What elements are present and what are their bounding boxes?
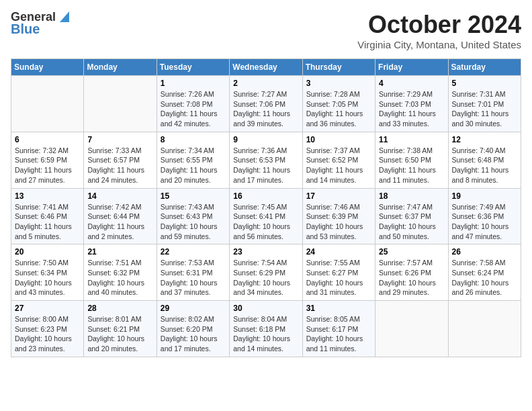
day-info: Sunrise: 7:49 AM Sunset: 6:36 PM Dayligh… — [452, 202, 517, 242]
day-info: Sunrise: 8:04 AM Sunset: 6:18 PM Dayligh… — [233, 314, 298, 354]
calendar-cell: 31Sunrise: 8:05 AM Sunset: 6:17 PM Dayli… — [302, 301, 375, 357]
calendar-cell: 30Sunrise: 8:04 AM Sunset: 6:18 PM Dayli… — [230, 301, 302, 357]
logo-icon — [57, 9, 72, 24]
calendar-cell: 3Sunrise: 7:28 AM Sunset: 7:05 PM Daylig… — [302, 76, 375, 132]
day-info: Sunrise: 7:54 AM Sunset: 6:29 PM Dayligh… — [233, 258, 298, 298]
calendar-cell — [448, 301, 521, 357]
title-block: October 2024 Virginia City, Montana, Uni… — [357, 11, 521, 50]
calendar-cell: 21Sunrise: 7:51 AM Sunset: 6:32 PM Dayli… — [84, 244, 157, 301]
day-number: 16 — [233, 191, 298, 201]
day-number: 26 — [452, 247, 517, 257]
day-number: 19 — [452, 191, 517, 201]
calendar-cell: 14Sunrise: 7:42 AM Sunset: 6:44 PM Dayli… — [84, 188, 157, 244]
month-title: October 2024 — [357, 11, 521, 39]
calendar-cell: 20Sunrise: 7:50 AM Sunset: 6:34 PM Dayli… — [11, 244, 84, 301]
day-number: 13 — [15, 191, 80, 201]
day-info: Sunrise: 7:47 AM Sunset: 6:37 PM Dayligh… — [379, 202, 444, 242]
day-info: Sunrise: 7:45 AM Sunset: 6:41 PM Dayligh… — [233, 202, 298, 242]
day-info: Sunrise: 7:34 AM Sunset: 6:55 PM Dayligh… — [161, 146, 226, 185]
day-info: Sunrise: 7:41 AM Sunset: 6:46 PM Dayligh… — [15, 202, 80, 242]
calendar-cell: 28Sunrise: 8:01 AM Sunset: 6:21 PM Dayli… — [84, 301, 157, 357]
day-number: 18 — [379, 191, 444, 201]
day-number: 1 — [161, 79, 226, 88]
weekday-header-tuesday: Tuesday — [157, 59, 229, 76]
day-info: Sunrise: 7:36 AM Sunset: 6:53 PM Dayligh… — [233, 146, 298, 185]
day-info: Sunrise: 8:02 AM Sunset: 6:20 PM Dayligh… — [161, 314, 226, 354]
weekday-header-wednesday: Wednesday — [230, 59, 302, 76]
day-number: 7 — [87, 135, 152, 144]
day-number: 15 — [161, 191, 226, 201]
calendar-week-row: 20Sunrise: 7:50 AM Sunset: 6:34 PM Dayli… — [11, 244, 521, 301]
day-number: 3 — [306, 79, 371, 88]
calendar-cell: 26Sunrise: 7:58 AM Sunset: 6:24 PM Dayli… — [448, 244, 521, 301]
day-number: 29 — [161, 304, 226, 313]
calendar-cell: 12Sunrise: 7:40 AM Sunset: 6:48 PM Dayli… — [448, 132, 521, 188]
weekday-header-monday: Monday — [84, 59, 157, 76]
logo-blue-text: Blue — [11, 21, 40, 36]
weekday-header-friday: Friday — [375, 59, 448, 76]
calendar-cell: 22Sunrise: 7:53 AM Sunset: 6:31 PM Dayli… — [157, 244, 229, 301]
day-number: 24 — [306, 247, 371, 257]
calendar-cell: 8Sunrise: 7:34 AM Sunset: 6:55 PM Daylig… — [157, 132, 229, 188]
day-info: Sunrise: 7:28 AM Sunset: 7:05 PM Dayligh… — [306, 89, 371, 129]
page-header: General Blue October 2024 Virginia City,… — [11, 11, 521, 50]
day-info: Sunrise: 7:51 AM Sunset: 6:32 PM Dayligh… — [87, 258, 152, 298]
day-info: Sunrise: 7:46 AM Sunset: 6:39 PM Dayligh… — [306, 202, 371, 242]
calendar-week-row: 13Sunrise: 7:41 AM Sunset: 6:46 PM Dayli… — [11, 188, 521, 244]
day-info: Sunrise: 8:05 AM Sunset: 6:17 PM Dayligh… — [306, 314, 371, 354]
calendar-cell: 2Sunrise: 7:27 AM Sunset: 7:06 PM Daylig… — [230, 76, 302, 132]
day-number: 6 — [15, 135, 80, 144]
calendar-cell: 17Sunrise: 7:46 AM Sunset: 6:39 PM Dayli… — [302, 188, 375, 244]
day-number: 21 — [87, 247, 152, 257]
day-info: Sunrise: 8:00 AM Sunset: 6:23 PM Dayligh… — [15, 314, 80, 354]
day-number: 22 — [161, 247, 226, 257]
calendar-week-row: 27Sunrise: 8:00 AM Sunset: 6:23 PM Dayli… — [11, 301, 521, 357]
calendar-cell — [84, 76, 157, 132]
day-number: 25 — [379, 247, 444, 257]
day-info: Sunrise: 7:33 AM Sunset: 6:57 PM Dayligh… — [87, 146, 152, 185]
day-number: 2 — [233, 79, 298, 88]
day-info: Sunrise: 7:31 AM Sunset: 7:01 PM Dayligh… — [452, 89, 517, 129]
calendar-cell — [375, 301, 448, 357]
calendar-cell: 19Sunrise: 7:49 AM Sunset: 6:36 PM Dayli… — [448, 188, 521, 244]
calendar-cell: 13Sunrise: 7:41 AM Sunset: 6:46 PM Dayli… — [11, 188, 84, 244]
calendar-cell: 9Sunrise: 7:36 AM Sunset: 6:53 PM Daylig… — [230, 132, 302, 188]
svg-marker-0 — [60, 11, 69, 22]
calendar-cell: 18Sunrise: 7:47 AM Sunset: 6:37 PM Dayli… — [375, 188, 448, 244]
calendar-cell: 5Sunrise: 7:31 AM Sunset: 7:01 PM Daylig… — [448, 76, 521, 132]
calendar-cell: 4Sunrise: 7:29 AM Sunset: 7:03 PM Daylig… — [375, 76, 448, 132]
calendar-cell: 23Sunrise: 7:54 AM Sunset: 6:29 PM Dayli… — [230, 244, 302, 301]
calendar-week-row: 6Sunrise: 7:32 AM Sunset: 6:59 PM Daylig… — [11, 132, 521, 188]
calendar-table: SundayMondayTuesdayWednesdayThursdayFrid… — [11, 58, 521, 357]
day-info: Sunrise: 7:57 AM Sunset: 6:26 PM Dayligh… — [379, 258, 444, 298]
day-number: 20 — [15, 247, 80, 257]
day-info: Sunrise: 7:38 AM Sunset: 6:50 PM Dayligh… — [379, 146, 444, 185]
day-info: Sunrise: 7:50 AM Sunset: 6:34 PM Dayligh… — [15, 258, 80, 298]
calendar-cell: 10Sunrise: 7:37 AM Sunset: 6:52 PM Dayli… — [302, 132, 375, 188]
calendar-cell: 6Sunrise: 7:32 AM Sunset: 6:59 PM Daylig… — [11, 132, 84, 188]
day-info: Sunrise: 7:32 AM Sunset: 6:59 PM Dayligh… — [15, 146, 80, 185]
day-info: Sunrise: 7:29 AM Sunset: 7:03 PM Dayligh… — [379, 89, 444, 129]
day-number: 27 — [15, 304, 80, 313]
calendar-cell: 24Sunrise: 7:55 AM Sunset: 6:27 PM Dayli… — [302, 244, 375, 301]
day-number: 14 — [87, 191, 152, 201]
day-number: 28 — [87, 304, 152, 313]
calendar-cell: 29Sunrise: 8:02 AM Sunset: 6:20 PM Dayli… — [157, 301, 229, 357]
day-number: 12 — [452, 135, 517, 144]
weekday-header-saturday: Saturday — [448, 59, 521, 76]
day-info: Sunrise: 7:58 AM Sunset: 6:24 PM Dayligh… — [452, 258, 517, 298]
calendar-cell: 7Sunrise: 7:33 AM Sunset: 6:57 PM Daylig… — [84, 132, 157, 188]
day-info: Sunrise: 7:26 AM Sunset: 7:08 PM Dayligh… — [161, 89, 226, 129]
weekday-header-row: SundayMondayTuesdayWednesdayThursdayFrid… — [11, 59, 521, 76]
day-info: Sunrise: 7:55 AM Sunset: 6:27 PM Dayligh… — [306, 258, 371, 298]
day-info: Sunrise: 7:37 AM Sunset: 6:52 PM Dayligh… — [306, 146, 371, 185]
day-number: 23 — [233, 247, 298, 257]
day-number: 31 — [306, 304, 371, 313]
day-number: 10 — [306, 135, 371, 144]
day-info: Sunrise: 7:40 AM Sunset: 6:48 PM Dayligh… — [452, 146, 517, 185]
calendar-cell: 11Sunrise: 7:38 AM Sunset: 6:50 PM Dayli… — [375, 132, 448, 188]
weekday-header-thursday: Thursday — [302, 59, 375, 76]
calendar-cell: 1Sunrise: 7:26 AM Sunset: 7:08 PM Daylig… — [157, 76, 229, 132]
calendar-week-row: 1Sunrise: 7:26 AM Sunset: 7:08 PM Daylig… — [11, 76, 521, 132]
day-info: Sunrise: 7:53 AM Sunset: 6:31 PM Dayligh… — [161, 258, 226, 298]
